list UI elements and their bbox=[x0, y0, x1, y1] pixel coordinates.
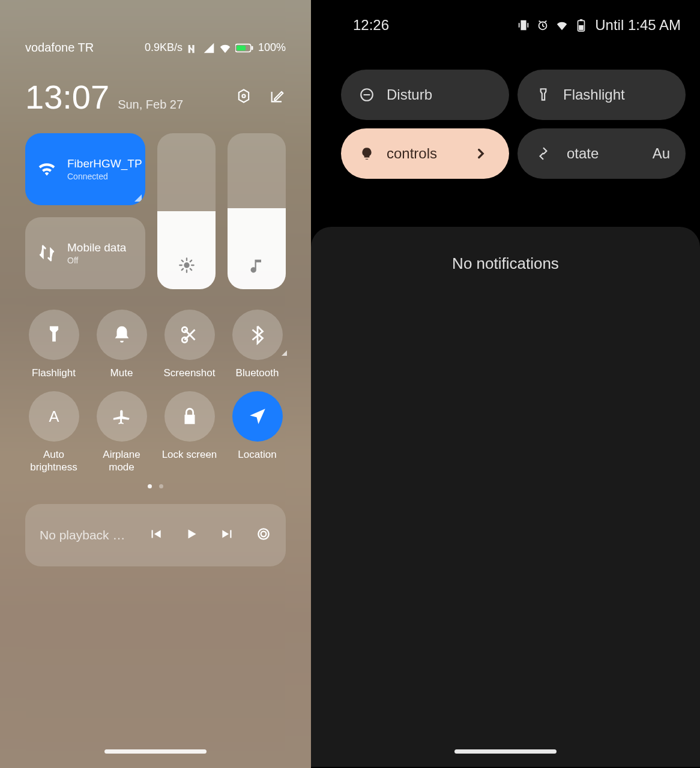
dnd-pill[interactable]: Disturb bbox=[341, 70, 509, 120]
header-row: 13:07 Sun, Feb 27 bbox=[0, 55, 311, 116]
autorotate-pill[interactable]: otate Au bbox=[517, 128, 686, 179]
expand-corner-icon bbox=[134, 194, 142, 202]
clock-date: Sun, Feb 27 bbox=[118, 98, 183, 112]
location-icon bbox=[247, 406, 268, 427]
dnd-icon bbox=[359, 87, 375, 103]
flashlight-icon bbox=[536, 87, 551, 103]
prev-track-button[interactable] bbox=[148, 526, 163, 544]
mobile-data-label: Mobile data bbox=[67, 241, 126, 254]
wifi-ssid: FiberHGW_TP bbox=[67, 157, 142, 170]
pill-label: Disturb bbox=[387, 86, 432, 103]
svg-rect-13 bbox=[579, 25, 584, 30]
svg-text:A: A bbox=[49, 408, 59, 425]
music-note-icon bbox=[249, 257, 265, 274]
home-controls-pill[interactable]: controls bbox=[341, 128, 509, 179]
flashlight-icon bbox=[44, 325, 64, 345]
media-status: No playback … bbox=[40, 528, 130, 542]
mobile-data-icon bbox=[37, 244, 56, 263]
battery-pct: 100% bbox=[258, 41, 286, 54]
letter-a-icon: A bbox=[44, 406, 64, 427]
pixel-quick-settings: 12:26 Until 1:45 AM Disturb Flashlight c… bbox=[311, 0, 700, 768]
clock-time: 13:07 bbox=[25, 77, 109, 116]
wifi-icon bbox=[219, 41, 232, 55]
auto-brightness-toggle[interactable]: A Auto brightness bbox=[25, 391, 82, 473]
screenshot-toggle[interactable]: Screenshot bbox=[161, 310, 218, 379]
alarm-icon bbox=[536, 19, 549, 32]
brightness-icon bbox=[178, 257, 195, 274]
lock-icon bbox=[180, 406, 200, 427]
svg-point-8 bbox=[261, 532, 267, 537]
nav-bar[interactable] bbox=[104, 749, 207, 754]
miui-control-center: vodafone TR 0.9KB/s 100% 13:07 Sun, Feb … bbox=[0, 0, 311, 768]
clock-time: 12:26 bbox=[353, 17, 389, 34]
media-widget[interactable]: No playback … bbox=[25, 504, 286, 566]
signal-icon bbox=[203, 42, 215, 54]
media-output-button[interactable] bbox=[256, 526, 271, 544]
wifi-icon bbox=[555, 19, 569, 32]
dot-active bbox=[148, 484, 152, 488]
mute-toggle[interactable]: Mute bbox=[93, 310, 150, 379]
carrier-label: vodafone TR bbox=[25, 41, 94, 55]
flashlight-pill[interactable]: Flashlight bbox=[517, 70, 686, 120]
pill-label: controls bbox=[387, 145, 437, 162]
bulb-icon bbox=[359, 146, 375, 161]
mobile-data-tile[interactable]: Mobile data Off bbox=[25, 217, 145, 289]
data-speed: 0.9KB/s bbox=[145, 41, 183, 54]
bluetooth-icon bbox=[247, 325, 268, 345]
expand-corner-icon bbox=[282, 350, 287, 356]
brightness-slider[interactable] bbox=[157, 133, 216, 289]
status-bar: vodafone TR 0.9KB/s 100% bbox=[0, 0, 311, 55]
flashlight-toggle[interactable]: Flashlight bbox=[25, 310, 82, 379]
airplane-mode-toggle[interactable]: Airplane mode bbox=[93, 391, 150, 473]
battery-icon bbox=[575, 19, 588, 32]
mobile-data-status: Off bbox=[67, 256, 126, 265]
pill-label: Flashlight bbox=[563, 86, 625, 103]
volume-slider[interactable] bbox=[228, 133, 286, 289]
bluetooth-toggle[interactable]: Bluetooth bbox=[229, 310, 286, 379]
svg-point-9 bbox=[258, 529, 268, 539]
chevron-right-icon bbox=[473, 146, 489, 161]
pill-label: otate bbox=[567, 145, 599, 162]
settings-icon[interactable] bbox=[235, 88, 252, 107]
hd-signal-icon bbox=[187, 42, 199, 54]
rotate-icon bbox=[536, 146, 551, 161]
bell-icon bbox=[112, 325, 132, 345]
svg-point-3 bbox=[242, 94, 245, 97]
status-right: 0.9KB/s 100% bbox=[145, 41, 286, 55]
vibrate-icon bbox=[517, 19, 530, 32]
nav-bar[interactable] bbox=[454, 749, 557, 754]
battery-until: Until 1:45 AM bbox=[595, 17, 681, 34]
svg-point-4 bbox=[184, 262, 189, 268]
status-bar: 12:26 Until 1:45 AM bbox=[341, 17, 686, 34]
airplane-icon bbox=[112, 406, 132, 427]
svg-rect-12 bbox=[580, 19, 582, 21]
clock-block: 13:07 Sun, Feb 27 bbox=[25, 77, 183, 116]
svg-rect-2 bbox=[237, 45, 246, 50]
pill-label-suffix: Au bbox=[653, 145, 670, 162]
play-button[interactable] bbox=[184, 526, 199, 544]
battery-icon bbox=[235, 43, 253, 53]
lock-screen-toggle[interactable]: Lock screen bbox=[161, 391, 218, 473]
scissors-icon bbox=[180, 325, 200, 345]
dot bbox=[159, 484, 163, 488]
location-toggle[interactable]: Location bbox=[229, 391, 286, 473]
no-notifications-label: No notifications bbox=[452, 254, 559, 767]
svg-rect-1 bbox=[252, 46, 253, 49]
wifi-status: Connected bbox=[67, 172, 142, 181]
next-track-button[interactable] bbox=[220, 526, 235, 544]
page-indicator bbox=[0, 473, 311, 488]
wifi-tile[interactable]: FiberHGW_TP Connected bbox=[25, 133, 145, 205]
edit-icon[interactable] bbox=[269, 88, 286, 107]
notification-panel: No notifications bbox=[311, 227, 700, 767]
wifi-icon bbox=[37, 160, 56, 179]
